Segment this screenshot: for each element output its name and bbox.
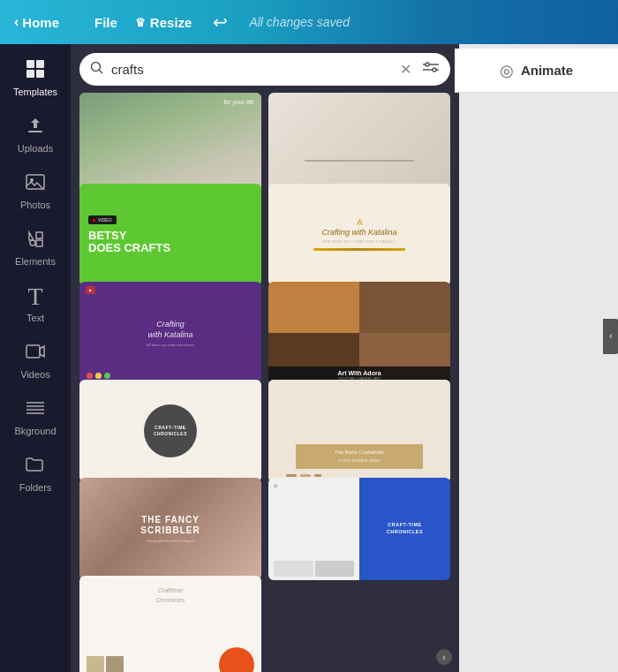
text-icon: T	[27, 284, 42, 309]
resize-button[interactable]: ♛ Resize	[135, 15, 192, 30]
sidebar-item-templates[interactable]: Templates	[2, 51, 69, 104]
template-card-crafttime-bottom[interactable]: CrafttimeChronicles	[79, 576, 261, 672]
search-bar: ✕	[79, 53, 450, 86]
animate-icon: ◎	[500, 61, 514, 80]
resize-label: Resize	[150, 15, 192, 30]
search-input[interactable]	[111, 62, 393, 77]
svg-line-16	[100, 70, 103, 73]
template-card[interactable]	[268, 93, 450, 195]
elements-icon	[25, 228, 46, 253]
sidebar-item-folders[interactable]: Folders	[2, 447, 69, 500]
svg-rect-3	[36, 70, 44, 78]
folders-label: Folders	[19, 482, 52, 493]
templates-panel: ✕ for your life	[71, 44, 459, 672]
uploads-icon	[25, 115, 46, 140]
home-label: Home	[22, 15, 59, 30]
sidebar-item-bkground[interactable]: Bkground	[2, 390, 69, 443]
videos-label: Videos	[20, 369, 49, 380]
folders-icon	[25, 454, 46, 479]
animate-panel: ◎ Animate	[455, 49, 618, 93]
left-sidebar: Templates Uploads Photos	[0, 44, 71, 672]
topbar: ‹ Home File ♛ Resize ↩ All changes saved	[0, 0, 618, 44]
uploads-label: Uploads	[18, 143, 53, 154]
sidebar-item-elements[interactable]: Elements	[2, 221, 69, 274]
bkground-icon	[25, 397, 46, 422]
svg-rect-9	[36, 240, 42, 246]
templates-grid: for your life ▶ VIDEO BETSYDOES CRAFTS ⁂…	[71, 93, 459, 672]
home-button[interactable]: ‹ Home	[14, 14, 59, 30]
svg-rect-7	[36, 232, 42, 238]
svg-rect-10	[26, 345, 40, 358]
template-card-betsy[interactable]: ▶ VIDEO BETSYDOES CRAFTS	[79, 184, 261, 286]
svg-rect-4	[28, 131, 42, 132]
text-label: Text	[26, 313, 44, 323]
sidebar-item-uploads[interactable]: Uploads	[2, 108, 69, 161]
file-button[interactable]: File	[94, 15, 117, 30]
sidebar-item-text[interactable]: T Text	[2, 277, 69, 330]
sidebar-item-videos[interactable]: Videos	[2, 334, 69, 387]
main-layout: Templates Uploads Photos	[0, 44, 618, 672]
clear-search-button[interactable]: ✕	[400, 61, 411, 78]
svg-rect-1	[36, 60, 44, 68]
scroll-down-button[interactable]: ‹	[436, 649, 452, 665]
undo-button[interactable]: ↩	[213, 11, 228, 33]
animate-button[interactable]: Animate	[521, 63, 573, 78]
canvas-area	[459, 44, 618, 672]
template-card-art-adora[interactable]: Art With Adora YOUTUBE CHANNEL ART	[268, 282, 450, 384]
sidebar-item-photos[interactable]: Photos	[2, 164, 69, 217]
search-icon	[90, 61, 104, 79]
template-card-crafting-k[interactable]: ⁂ Crafting with Katalina THE BEST DIY CR…	[268, 184, 450, 286]
template-card-craft-time[interactable]: CRAFT-TIMECHRONICLES	[79, 380, 261, 482]
chevron-left-icon: ‹	[14, 14, 19, 30]
photos-label: Photos	[20, 200, 50, 210]
filter-button[interactable]	[422, 58, 440, 80]
elements-label: Elements	[15, 256, 56, 267]
svg-point-17	[426, 63, 429, 66]
videos-icon	[25, 341, 46, 366]
svg-rect-2	[26, 70, 34, 78]
template-card-fancy[interactable]: THE FANCYSCRIBBLER Handcrafted by Rachel…	[79, 478, 261, 580]
svg-rect-0	[26, 60, 34, 68]
template-card[interactable]: for your life	[79, 93, 261, 195]
templates-icon	[25, 58, 46, 83]
photos-icon	[25, 171, 46, 196]
template-card-craft-blue[interactable]: ⊞ CRAFT-TIMECHRONICLES	[268, 478, 450, 580]
template-card-crafting-w[interactable]: ▶ Craftingwith Katalina All about my cra…	[79, 282, 261, 384]
saved-status: All changes saved	[249, 15, 350, 29]
crown-icon: ♛	[135, 16, 146, 29]
svg-point-8	[30, 240, 35, 245]
templates-label: Templates	[13, 87, 57, 97]
template-card-boho[interactable]: The Boho Craftaholica cozy creative spac…	[268, 380, 450, 482]
bkground-label: Bkground	[14, 426, 56, 436]
svg-point-18	[433, 68, 436, 72]
svg-point-15	[92, 62, 101, 71]
